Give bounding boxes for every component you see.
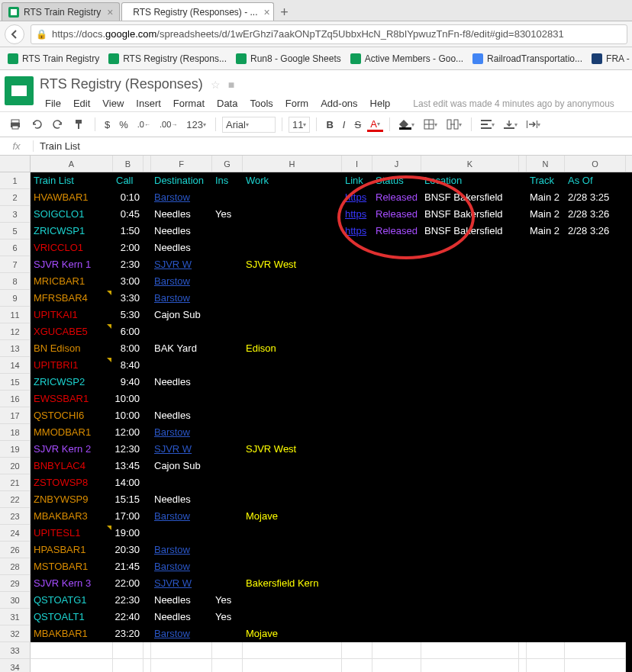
cell[interactable]: EWSSBAR1 [31, 391, 113, 407]
cell[interactable]: https [342, 206, 372, 223]
cell[interactable] [342, 290, 372, 307]
row-header[interactable]: 22 [0, 491, 31, 508]
cell[interactable] [342, 474, 372, 491]
sheets-logo-icon[interactable] [5, 76, 34, 105]
cell[interactable]: Main 2 [527, 223, 565, 240]
cell[interactable] [527, 256, 565, 273]
row-header[interactable]: 9 [0, 290, 31, 307]
cell[interactable] [243, 357, 342, 374]
cell[interactable] [421, 407, 519, 424]
borders-button[interactable] [421, 117, 440, 131]
cell[interactable] [143, 307, 151, 323]
cell[interactable] [243, 189, 342, 206]
cell[interactable] [527, 625, 565, 642]
col-header-O[interactable]: O [565, 156, 626, 172]
cell[interactable]: SJVR W [151, 441, 212, 458]
cell[interactable]: Barstow [151, 508, 212, 525]
cell[interactable]: 21:45 [113, 558, 143, 575]
cell[interactable] [565, 273, 626, 290]
cell[interactable] [372, 290, 421, 307]
cell[interactable] [421, 374, 519, 391]
cell[interactable]: Call [113, 172, 143, 189]
cell[interactable] [243, 206, 342, 223]
print-button[interactable] [6, 117, 24, 132]
cell[interactable] [243, 223, 342, 240]
cell[interactable]: 22:40 [113, 609, 143, 625]
cell[interactable]: UPITBRI1 [31, 357, 113, 374]
cell[interactable] [519, 474, 527, 491]
cell[interactable]: Cajon Sub [151, 458, 212, 474]
cell[interactable] [519, 424, 527, 441]
cell[interactable]: VRICCLO1 [31, 240, 113, 256]
cell[interactable]: QSTOCHI6 [31, 407, 113, 424]
cell[interactable] [212, 189, 243, 206]
cell[interactable] [143, 340, 151, 357]
cell[interactable] [342, 357, 372, 374]
cell[interactable]: Edison [243, 340, 342, 357]
cell[interactable] [519, 458, 527, 474]
cell[interactable] [421, 659, 519, 672]
cell[interactable] [421, 323, 519, 340]
row-header[interactable]: 18 [0, 424, 31, 441]
cell[interactable] [143, 240, 151, 256]
last-edit-label[interactable]: Last edit was made 4 minutes ago by anon… [408, 96, 619, 111]
select-all-corner[interactable] [0, 156, 31, 172]
row-header[interactable]: 17 [0, 407, 31, 424]
cell[interactable] [519, 508, 527, 525]
cell[interactable] [565, 542, 626, 558]
cell[interactable] [143, 223, 151, 240]
cell[interactable] [372, 441, 421, 458]
format-more-button[interactable]: 123 [183, 117, 209, 132]
cell[interactable]: BNSF Bakersfield [421, 189, 519, 206]
cell[interactable] [421, 558, 519, 575]
cell[interactable] [243, 609, 342, 625]
cell[interactable]: BAK Yard [151, 340, 212, 357]
cell[interactable]: Needles [151, 491, 212, 508]
cell[interactable] [372, 307, 421, 323]
cell[interactable] [372, 256, 421, 273]
cell[interactable] [372, 323, 421, 340]
row-header[interactable]: 5▴ ▾ [0, 223, 31, 240]
cell[interactable] [342, 558, 372, 575]
cell[interactable]: MMODBAR1 [31, 424, 113, 441]
cell[interactable] [212, 223, 243, 240]
cell[interactable] [527, 525, 565, 542]
cell[interactable]: SOIGCLO1 [31, 206, 113, 223]
cell[interactable] [527, 323, 565, 340]
formula-input[interactable]: Train List [34, 140, 632, 152]
cell[interactable] [212, 558, 243, 575]
url-input[interactable]: 🔒 https://docs.google.com/spreadsheets/d… [31, 24, 627, 44]
cell[interactable] [421, 458, 519, 474]
cell[interactable] [519, 609, 527, 625]
cell[interactable]: BN Edison [31, 340, 113, 357]
cell[interactable] [372, 357, 421, 374]
cell[interactable] [421, 290, 519, 307]
cell[interactable] [151, 659, 212, 672]
cell[interactable] [372, 525, 421, 542]
cell[interactable] [527, 609, 565, 625]
col-header-F[interactable]: F [151, 156, 212, 172]
cell[interactable] [565, 323, 626, 340]
cell[interactable] [527, 407, 565, 424]
redo-button[interactable] [49, 117, 67, 132]
cell[interactable] [421, 642, 519, 659]
cell[interactable] [372, 407, 421, 424]
cell[interactable] [527, 273, 565, 290]
cell[interactable] [519, 223, 527, 240]
cell[interactable]: 3:30 [113, 290, 143, 307]
cell[interactable] [519, 575, 527, 592]
cell[interactable] [527, 491, 565, 508]
cell[interactable]: Main 2 [527, 206, 565, 223]
row-header[interactable]: 32 [0, 625, 31, 642]
wrap-button[interactable] [524, 118, 543, 130]
star-icon[interactable]: ☆ [211, 79, 221, 91]
cell[interactable] [212, 659, 243, 672]
back-button[interactable] [5, 24, 24, 44]
cell[interactable]: SJVR W [151, 575, 212, 592]
cell[interactable] [565, 424, 626, 441]
merge-button[interactable] [443, 117, 465, 131]
cell[interactable] [527, 424, 565, 441]
cell[interactable]: 2:00 [113, 240, 143, 256]
cell[interactable] [143, 391, 151, 407]
cell[interactable] [519, 273, 527, 290]
